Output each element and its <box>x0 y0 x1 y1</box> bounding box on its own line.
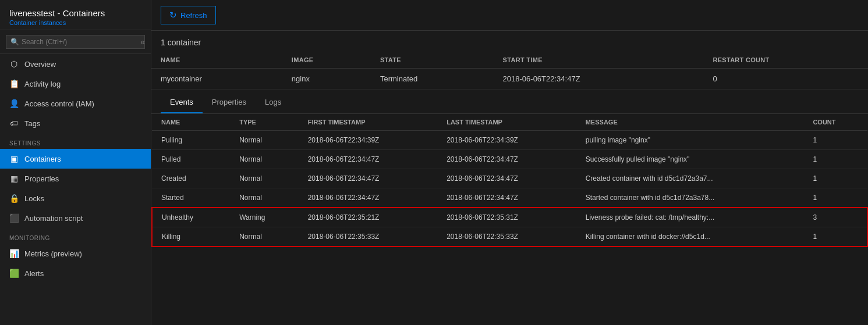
container-count: 1 container <box>151 31 868 52</box>
events-table-row: UnhealthyWarning2018-06-06T22:35:21Z2018… <box>152 208 867 227</box>
event-name: Pulled <box>152 150 230 169</box>
event-name: Created <box>152 169 230 188</box>
col-header-restart-count: RESTART COUNT <box>703 52 868 69</box>
events-col-last-ts: LAST TIMESTAMP <box>437 114 576 131</box>
activity-log-icon: 📋 <box>9 79 19 88</box>
sidebar-item-overview-label: Overview <box>24 60 56 69</box>
event-message: Created container with id d5c1d72a3a7... <box>576 169 804 188</box>
sidebar-item-access-control[interactable]: 👤 Access control (IAM) <box>0 94 151 113</box>
metrics-icon: 📊 <box>9 249 19 258</box>
sidebar-item-automation-script[interactable]: ⬛ Automation script <box>0 208 151 228</box>
sidebar-item-metrics[interactable]: 📊 Metrics (preview) <box>0 244 151 263</box>
container-state: Terminated <box>371 69 494 90</box>
monitoring-section-label: MONITORING <box>0 228 151 244</box>
event-type: Normal <box>230 150 299 169</box>
events-table: NAME TYPE FIRST TIMESTAMP LAST TIMESTAMP… <box>151 114 868 247</box>
sidebar-item-properties[interactable]: ▦ Properties <box>0 169 151 188</box>
event-name: Started <box>152 188 230 208</box>
refresh-icon: ↻ <box>169 10 177 20</box>
sidebar-item-containers[interactable]: ▣ Containers <box>0 149 151 169</box>
sidebar-item-overview[interactable]: ⬡ Overview <box>0 54 151 74</box>
tags-icon: 🏷 <box>9 119 19 128</box>
page-subtitle: Container instances <box>9 19 141 26</box>
events-table-row: StartedNormal2018-06-06T22:34:47Z2018-06… <box>152 188 867 208</box>
event-first-ts: 2018-06-06T22:35:33Z <box>299 227 438 247</box>
search-icon: 🔍 <box>10 38 19 46</box>
event-message: Successfully pulled image "nginx" <box>576 150 804 169</box>
event-count: 3 <box>803 208 867 227</box>
event-first-ts: 2018-06-06T22:34:47Z <box>299 150 438 169</box>
events-col-message: MESSAGE <box>576 114 804 131</box>
locks-icon: 🔒 <box>9 194 19 203</box>
event-last-ts: 2018-06-06T22:34:47Z <box>437 188 576 208</box>
sidebar-item-activity-log-label: Activity log <box>24 80 61 88</box>
container-start-time: 2018-06-06T22:34:47Z <box>494 69 704 90</box>
tab-properties[interactable]: Properties <box>203 92 256 113</box>
main-content: ↻ Refresh 1 container NAME IMAGE STATE S… <box>151 0 868 325</box>
sidebar-header: livenesstest - Containers Container inst… <box>0 0 151 30</box>
sidebar-item-locks-label: Locks <box>24 194 44 203</box>
events-col-name: NAME <box>152 114 230 131</box>
event-message: Started container with id d5c1d72a3a78..… <box>576 188 804 208</box>
events-col-first-ts: FIRST TIMESTAMP <box>299 114 438 131</box>
event-count: 1 <box>803 150 867 169</box>
tab-events[interactable]: Events <box>161 92 203 113</box>
event-message: Killing container with id docker://d5c1d… <box>576 227 804 247</box>
events-table-row: PullingNormal2018-06-06T22:34:39Z2018-06… <box>152 131 867 150</box>
event-count: 1 <box>803 188 867 208</box>
event-name: Pulling <box>152 131 230 150</box>
tab-logs[interactable]: Logs <box>256 92 290 113</box>
search-input[interactable] <box>6 35 145 49</box>
table-row: mycontainer nginx Terminated 2018-06-06T… <box>151 69 868 90</box>
refresh-button[interactable]: ↻ Refresh <box>161 6 216 24</box>
sidebar-item-tags[interactable]: 🏷 Tags <box>0 113 151 133</box>
sidebar-item-locks[interactable]: 🔒 Locks <box>0 188 151 208</box>
event-message: Liveness probe failed: cat: /tmp/healthy… <box>576 208 804 227</box>
container-restart-count: 0 <box>703 69 868 90</box>
overview-icon: ⬡ <box>9 59 19 69</box>
sidebar-item-access-control-label: Access control (IAM) <box>24 99 94 108</box>
event-count: 1 <box>803 131 867 150</box>
sidebar-nav: ⬡ Overview 📋 Activity log 👤 Access contr… <box>0 54 151 325</box>
sidebar-item-metrics-label: Metrics (preview) <box>24 249 82 258</box>
settings-section-label: SETTINGS <box>0 133 151 149</box>
event-first-ts: 2018-06-06T22:34:47Z <box>299 169 438 188</box>
sidebar: livenesstest - Containers Container inst… <box>0 0 151 325</box>
refresh-label: Refresh <box>180 11 207 20</box>
automation-script-icon: ⬛ <box>9 213 19 223</box>
event-last-ts: 2018-06-06T22:34:39Z <box>437 131 576 150</box>
sidebar-item-alerts-label: Alerts <box>24 269 44 278</box>
toolbar: ↻ Refresh <box>151 0 868 31</box>
event-count: 1 <box>803 169 867 188</box>
event-count: 1 <box>803 227 867 247</box>
collapse-icon[interactable]: « <box>140 37 145 47</box>
container-name: mycontainer <box>151 69 282 90</box>
events-table-row: PulledNormal2018-06-06T22:34:47Z2018-06-… <box>152 150 867 169</box>
events-col-count: COUNT <box>803 114 867 131</box>
event-first-ts: 2018-06-06T22:35:21Z <box>299 208 438 227</box>
event-last-ts: 2018-06-06T22:35:31Z <box>437 208 576 227</box>
event-type: Warning <box>230 208 299 227</box>
alerts-icon: 🟩 <box>9 269 19 278</box>
col-header-state: STATE <box>371 52 494 69</box>
containers-table: NAME IMAGE STATE START TIME RESTART COUN… <box>151 52 868 90</box>
event-type: Normal <box>230 169 299 188</box>
events-col-type: TYPE <box>230 114 299 131</box>
sidebar-item-containers-label: Containers <box>24 155 61 163</box>
access-control-icon: 👤 <box>9 99 19 108</box>
col-header-name: NAME <box>151 52 282 69</box>
sidebar-item-automation-script-label: Automation script <box>24 214 83 223</box>
event-name: Killing <box>152 227 230 247</box>
event-last-ts: 2018-06-06T22:34:47Z <box>437 150 576 169</box>
sidebar-item-properties-label: Properties <box>24 174 59 183</box>
events-table-row: KillingNormal2018-06-06T22:35:33Z2018-06… <box>152 227 867 247</box>
properties-icon: ▦ <box>9 174 19 183</box>
event-type: Normal <box>230 131 299 150</box>
sidebar-item-activity-log[interactable]: 📋 Activity log <box>0 74 151 94</box>
sidebar-item-tags-label: Tags <box>24 119 40 128</box>
event-type: Normal <box>230 188 299 208</box>
event-last-ts: 2018-06-06T22:34:47Z <box>437 169 576 188</box>
sidebar-item-alerts[interactable]: 🟩 Alerts <box>0 263 151 283</box>
event-first-ts: 2018-06-06T22:34:47Z <box>299 188 438 208</box>
event-last-ts: 2018-06-06T22:35:33Z <box>437 227 576 247</box>
